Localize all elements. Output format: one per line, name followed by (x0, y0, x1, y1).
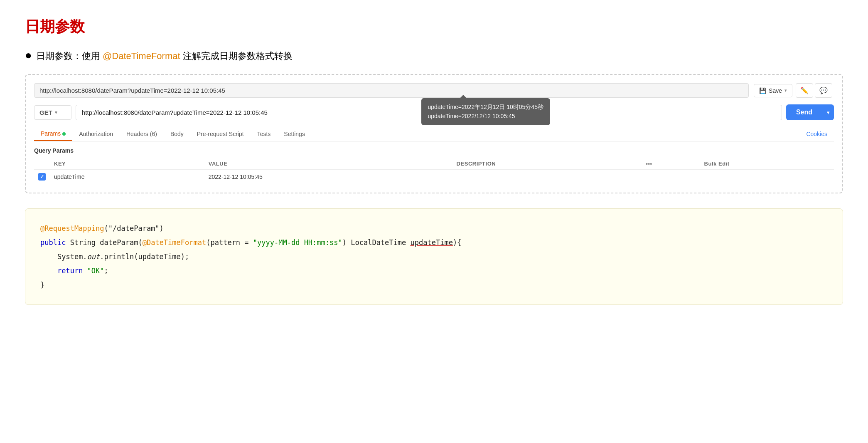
tab-pre-request-script[interactable]: Pre-request Script (190, 127, 251, 141)
bullet-section: ● 日期参数：使用 @DateTimeFormat 注解完成日期参数格式转换 (25, 49, 843, 62)
bullet-text-after: 注解完成日期参数格式转换 (180, 51, 293, 61)
row-more (642, 170, 700, 184)
save-button[interactable]: 💾 Save ▾ (754, 84, 792, 97)
th-more: ••• (642, 158, 700, 170)
th-bulk-edit[interactable]: Bulk Edit (700, 158, 834, 170)
comment-icon-button[interactable]: 💬 (815, 83, 832, 98)
code-return-semi: ; (104, 267, 108, 275)
postman-container: http://localhost:8080/dateParam?updateTi… (25, 74, 843, 193)
row-key[interactable]: updateTime (50, 170, 204, 184)
save-icon: 💾 (759, 87, 766, 94)
url-display: http://localhost:8080/dateParam?updateTi… (34, 83, 749, 98)
code-line-2: public String dateParam(@DateTimeFormat(… (40, 235, 828, 250)
page-title: 日期参数 (25, 17, 843, 37)
tooltip-line2: updateTime=2022/12/12 10:05:45 (428, 113, 515, 119)
tab-headers[interactable]: Headers (6) (120, 127, 164, 141)
tab-tests[interactable]: Tests (251, 127, 278, 141)
edit-icon-button[interactable]: ✏️ (796, 83, 813, 98)
code-arg-1: ("/dateParam") (104, 224, 164, 233)
send-label: Send (786, 104, 822, 120)
row-value[interactable]: 2022-12-12 10:05:45 (204, 170, 452, 184)
query-params-label: Query Params (34, 147, 834, 154)
method-select[interactable]: GET ▾ (34, 105, 71, 120)
code-type-string: String (70, 238, 100, 247)
method-chevron-icon: ▾ (55, 110, 57, 115)
code-brace-close: } (40, 281, 44, 289)
code-line-5: } (40, 278, 828, 292)
save-chevron-icon: ▾ (784, 88, 787, 93)
row-checkbox[interactable] (38, 173, 46, 181)
bullet-annotation: @DateTimeFormat (103, 51, 180, 61)
row-checkbox-cell[interactable] (34, 170, 50, 184)
send-caret-icon[interactable]: ▾ (823, 105, 834, 120)
code-kw-return: return (57, 267, 83, 275)
tabs-row: Params Authorization Headers (6) Body Pr… (34, 127, 834, 141)
tab-params[interactable]: Params (34, 127, 72, 141)
code-param-name: updateTime (411, 238, 453, 247)
code-pattern-value: "yyyy-MM-dd HH:mm:ss" (253, 238, 342, 247)
code-line-1: @RequestMapping("/dateParam") (40, 221, 828, 235)
code-kw-public: public (40, 238, 66, 247)
code-line-3: System.out.println(updateTime); (40, 250, 828, 264)
code-annotation-1: @RequestMapping (40, 224, 104, 233)
code-println: .println(updateTime); (100, 252, 189, 261)
th-key: KEY (50, 158, 204, 170)
method-label: GET (39, 109, 52, 116)
tab-body[interactable]: Body (164, 127, 190, 141)
code-container: @RequestMapping("/dateParam") public Str… (25, 208, 843, 305)
code-annotation-2: @DateTimeFormat (143, 238, 207, 247)
code-out: out (87, 252, 100, 261)
tooltip: updateTime=2022年12月12日 10时05分45秒 updateT… (421, 98, 550, 125)
tooltip-line1: updateTime=2022年12月12日 10时05分45秒 (428, 104, 543, 110)
save-label: Save (769, 87, 782, 94)
code-return-value: "OK" (83, 267, 104, 275)
code-method-name: dateParam( (100, 238, 142, 247)
table-row: updateTime 2022-12-12 10:05:45 (34, 170, 834, 184)
bullet-text: 日期参数：使用 @DateTimeFormat 注解完成日期参数格式转换 (36, 50, 293, 62)
row-description[interactable] (452, 170, 642, 184)
bullet-text-before: 日期参数：使用 (36, 51, 103, 61)
code-system: System. (57, 252, 87, 261)
bullet-dot: ● (25, 49, 32, 61)
tab-cookies[interactable]: Cookies (799, 127, 834, 141)
tab-authorization[interactable]: Authorization (72, 127, 120, 141)
code-line-4: return "OK"; (40, 264, 828, 278)
params-table: KEY VALUE DESCRIPTION ••• Bulk Edit upda… (34, 158, 834, 184)
send-button[interactable]: Send ▾ (786, 104, 834, 120)
tab-settings[interactable]: Settings (277, 127, 312, 141)
tab-params-dot (62, 132, 66, 136)
row-bulk (700, 170, 834, 184)
code-pattern-close: ) LocalDateTime (342, 238, 411, 247)
url-bar-row: http://localhost:8080/dateParam?updateTi… (34, 83, 834, 98)
code-brace-open: ){ (453, 238, 461, 247)
th-checkbox (34, 158, 50, 170)
th-value: VALUE (204, 158, 452, 170)
th-description: DESCRIPTION (452, 158, 642, 170)
code-pattern-open: (pattern = (206, 238, 253, 247)
